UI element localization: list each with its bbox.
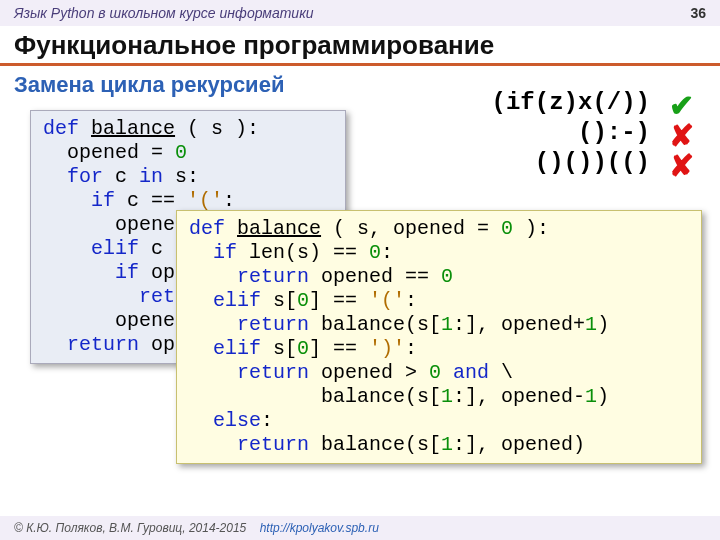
course-title: Язык Python в школьном курсе информатики [14, 5, 314, 21]
topbar: Язык Python в школьном курсе информатики… [0, 0, 720, 26]
slide-title: Функциональное программирование [0, 26, 720, 66]
footer-link[interactable]: http://kpolyakov.spb.ru [260, 521, 379, 535]
example-3: ()())(() [535, 149, 650, 176]
copyright: © К.Ю. Поляков, В.М. Гуровиц, 2014-2015 [14, 521, 246, 535]
footer: © К.Ю. Поляков, В.М. Гуровиц, 2014-2015 … [0, 516, 720, 540]
example-2: ():-) [578, 119, 650, 146]
page-number: 36 [690, 0, 706, 26]
examples-block: (if(z)x(/)) ():-) ()())(() [492, 88, 650, 178]
code-recursive: def balance ( s, opened = 0 ): if len(s)… [176, 210, 702, 464]
cross-icon-2: ✘ [669, 148, 694, 183]
example-1: (if(z)x(/)) [492, 89, 650, 116]
